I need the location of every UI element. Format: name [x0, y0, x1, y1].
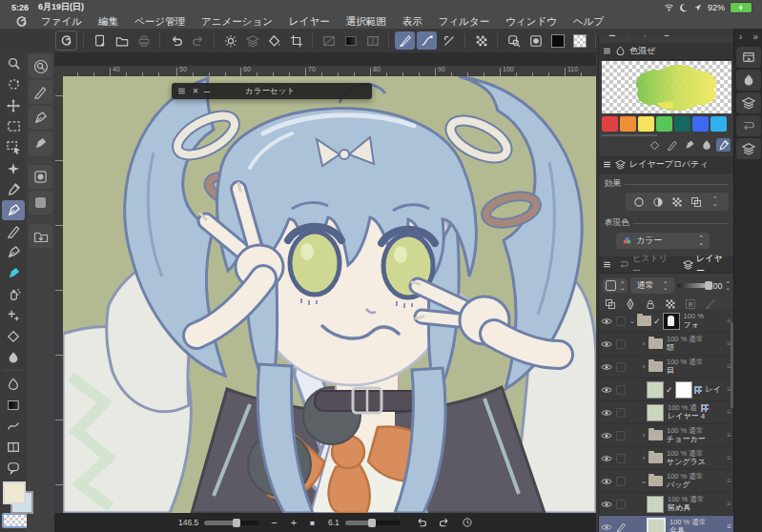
transparent-checker-icon[interactable] [569, 31, 589, 50]
tool-paint-mix[interactable] [2, 374, 25, 394]
layer-row[interactable]: 100 % 通レイヤー 4 ≡ [599, 401, 734, 424]
drag-handle-icon[interactable]: ≡ [727, 477, 731, 485]
strip-chevron-icon[interactable]: › [739, 31, 742, 42]
strip-tab-layers[interactable] [736, 138, 761, 159]
effect-layer-color-icon[interactable] [689, 194, 704, 209]
expand-icon[interactable]: › [639, 339, 649, 348]
expand-icon[interactable]: ⌄ [639, 477, 649, 485]
swatch-orange[interactable] [620, 116, 636, 132]
swatch-red[interactable] [602, 116, 618, 132]
effect-halftone-icon[interactable] [669, 194, 685, 209]
drag-handle-icon[interactable]: ≡ [727, 431, 731, 440]
layer-property-title[interactable]: レイヤープロパティ [629, 158, 709, 171]
layer-color-thumbnail[interactable] [647, 381, 664, 399]
menu-file[interactable]: ファイル [41, 15, 82, 29]
layer-thumbnail[interactable] [647, 518, 666, 532]
tool-airbrush[interactable] [2, 284, 25, 304]
strip-double-chevron-icon[interactable]: » [752, 31, 758, 42]
snap-ruler-icon[interactable] [395, 31, 415, 50]
layer-thumbnail[interactable] [647, 404, 664, 421]
drag-handle-icon[interactable]: ≡ [727, 500, 731, 508]
subtool-edit-icon[interactable] [29, 80, 52, 104]
strip-tab-color-mix[interactable] [736, 70, 761, 91]
zoom-in-button[interactable]: + [291, 517, 297, 528]
tool-marquee-select[interactable] [2, 116, 25, 136]
tool-pencil[interactable] [2, 221, 25, 241]
tool-blend[interactable] [2, 347, 25, 367]
quick-zoom-icon[interactable] [29, 54, 52, 78]
brush-settings-icon[interactable] [29, 106, 52, 130]
tool-frame-border[interactable] [2, 437, 25, 457]
color-mix-canvas[interactable] [602, 61, 731, 113]
color-mix-title[interactable]: 色混ぜ [629, 45, 655, 57]
redo-icon[interactable] [188, 31, 208, 50]
layer-disabled-icon[interactable] [242, 31, 262, 50]
visibility-eye-icon[interactable] [599, 453, 614, 464]
tab-layers[interactable]: レイヤー [683, 253, 731, 277]
expand-icon[interactable]: ⌄ [628, 317, 637, 325]
color-mode-dropdown[interactable]: カラー ⌃⌄ [616, 233, 710, 249]
crop-icon[interactable] [286, 31, 306, 50]
clip-studio-logo[interactable] [15, 15, 28, 28]
layer-row[interactable]: › 100 % 通常頭 ≡ [599, 333, 734, 356]
fill-icon[interactable] [264, 31, 284, 50]
reference-layer-icon[interactable] [625, 298, 636, 310]
open-file-icon[interactable] [112, 31, 132, 50]
drag-handle-icon[interactable]: ≡ [727, 408, 731, 417]
blend-mode-dropdown[interactable]: 通常⌃⌄ [630, 277, 673, 294]
zoom-selection-icon[interactable] [504, 31, 524, 50]
expand-icon[interactable]: › [639, 431, 649, 440]
drag-handle-icon[interactable]: ≡ [727, 454, 731, 462]
undo-icon[interactable] [166, 31, 186, 50]
deselect-icon[interactable] [319, 31, 339, 50]
redo-icon[interactable] [439, 517, 450, 528]
tool-eraser[interactable] [2, 326, 25, 346]
opacity-slider[interactable] [677, 283, 706, 288]
tool-zoom[interactable] [2, 53, 25, 73]
layer-row[interactable]: ⌄ 100 % 通常バッグ ≡ [599, 470, 734, 493]
layer-row[interactable]: ⌄ ✓ 100 %フォ ≡ [599, 310, 734, 333]
layer-thumbnail[interactable] [675, 381, 692, 399]
visibility-eye-icon[interactable] [599, 499, 614, 510]
opacity-stepper[interactable]: ⌃⌄ [726, 282, 731, 290]
tab-history[interactable]: ヒストリー [619, 253, 675, 277]
effect-expand-icon[interactable]: ⌃⌄ [708, 194, 723, 209]
strip-tab-quick-access[interactable] [736, 47, 761, 68]
black-square-icon[interactable] [547, 31, 567, 50]
circle-mask-icon[interactable] [525, 31, 546, 50]
menu-animation[interactable]: アニメーション [201, 15, 273, 29]
menu-help[interactable]: ヘルプ [573, 15, 604, 29]
transparent-color-swatch[interactable] [2, 513, 29, 528]
tool-pen[interactable] [2, 200, 25, 220]
tool-gradient[interactable] [2, 395, 25, 415]
flat-color-icon[interactable] [29, 191, 52, 215]
swatch-scrollbar[interactable] [602, 134, 657, 136]
visibility-eye-icon[interactable] [599, 522, 614, 532]
strip-tab-layer-property[interactable] [736, 92, 761, 113]
tool-rotate-canvas[interactable] [2, 74, 25, 94]
menu-selection[interactable]: 選択範囲 [346, 15, 386, 29]
snap-grid-icon[interactable] [439, 31, 459, 50]
enable-mask-icon[interactable] [685, 298, 696, 310]
zoom-out-button[interactable]: − [271, 517, 277, 528]
undo-icon[interactable] [416, 517, 427, 528]
invert-selection-icon[interactable] [340, 31, 360, 50]
rotate-slider[interactable] [345, 521, 401, 525]
visibility-eye-icon[interactable] [599, 476, 614, 487]
swatch-yellow[interactable] [638, 116, 654, 132]
layer-thumbnail[interactable] [647, 496, 664, 513]
fit-screen-button[interactable]: ■ [310, 519, 315, 527]
menu-page-manage[interactable]: ページ管理 [134, 15, 185, 29]
canvas[interactable] [63, 76, 596, 513]
anti-aliasing-icon[interactable] [220, 31, 240, 50]
color-set-floating-window[interactable]: × ─ カラーセット [172, 83, 372, 99]
ruler-set-icon[interactable] [705, 298, 716, 310]
layer-row[interactable]: › 100 % 通常チョーカー ≡ [599, 424, 734, 447]
zoom-slider[interactable] [204, 521, 259, 525]
mix-pen-stroke-icon[interactable] [665, 138, 679, 152]
menu-view[interactable]: 表示 [402, 15, 422, 29]
import-folder-icon[interactable] [29, 224, 52, 248]
visibility-eye-icon[interactable] [599, 338, 614, 350]
visibility-eye-icon[interactable] [599, 407, 614, 419]
strip-tab-auto-action[interactable] [736, 115, 761, 136]
